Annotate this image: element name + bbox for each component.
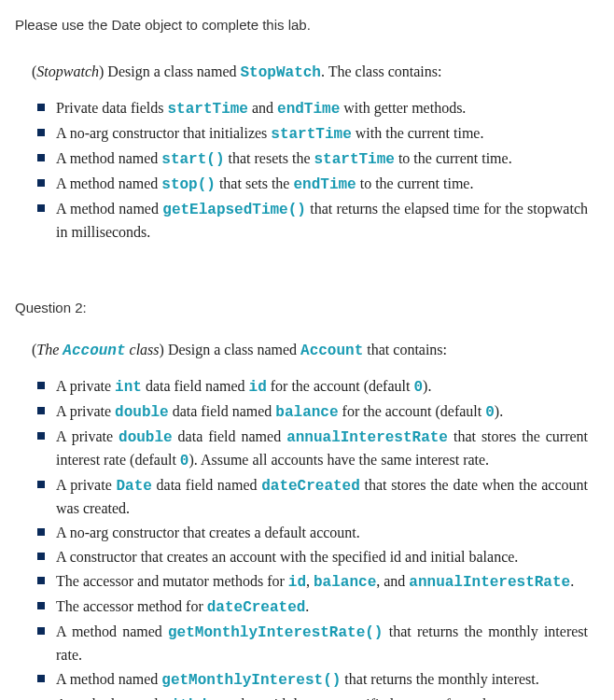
code-token: annualInterestRate <box>409 574 570 591</box>
text-segment: data field named <box>142 378 249 394</box>
spec-item: A private int data field named id for th… <box>32 375 588 399</box>
q2-heading: Question 2: <box>15 298 588 319</box>
text-segment: . <box>570 573 574 589</box>
spec-item: A no-arg constructor that creates a defa… <box>32 522 588 544</box>
code-token: endTime <box>277 101 340 118</box>
text-segment: A no-arg constructor that creates a defa… <box>56 525 360 540</box>
text-segment: for the account (default <box>339 403 486 419</box>
q2-prompt-text: ) Design a class named <box>160 342 301 357</box>
text-segment: A constructor that creates an account wi… <box>56 549 518 565</box>
text-segment: A private <box>56 378 115 394</box>
text-segment: . <box>305 598 309 614</box>
spec-item: A method named getElapsedTime() that ret… <box>32 198 588 244</box>
text-segment: A method named <box>56 671 161 687</box>
spec-item: A method named getMonthlyInterestRate() … <box>32 621 588 666</box>
code-token: getMonthlyInterestRate() <box>168 624 383 641</box>
text-segment: A method named <box>56 150 161 166</box>
text-segment: ). <box>495 403 503 419</box>
text-segment: A method named <box>56 623 168 639</box>
text-segment: The accessor method for <box>56 598 207 614</box>
text-segment: A private <box>56 477 116 493</box>
spec-item: A method named start() that resets the s… <box>32 147 588 171</box>
text-segment: A private <box>56 403 115 419</box>
text-segment: for the account (default <box>267 378 414 394</box>
code-token: annualInterestRate <box>286 429 448 446</box>
spec-item: A method named stop() that sets the endT… <box>32 173 588 196</box>
text-segment: to the current time. <box>395 150 512 166</box>
code-token: startTime <box>168 101 248 118</box>
q2-exercise-name: The Account class <box>36 342 159 357</box>
code-token: 0 <box>180 453 189 469</box>
code-token: startTime <box>314 151 395 168</box>
spec-item: A private Date data field named dateCrea… <box>32 474 588 520</box>
code-token: balance <box>314 574 376 591</box>
text-segment: , <box>306 573 314 589</box>
code-token: stop() <box>161 176 216 193</box>
code-token: dateCreated <box>261 478 360 495</box>
text-segment: A private <box>56 428 119 444</box>
code-token: getElapsedTime() <box>162 202 306 218</box>
text-segment: , and <box>376 573 409 589</box>
text-segment: data field named <box>173 428 287 444</box>
text-segment: ). <box>423 378 431 394</box>
text-segment: data field named <box>169 403 276 419</box>
spec-item: A constructor that creates an account wi… <box>32 546 588 568</box>
text-segment: A no-arg constructor that initializes <box>56 125 271 141</box>
q1-prompt-tail: . The class contains: <box>321 63 441 79</box>
code-token: dateCreated <box>207 599 306 616</box>
spec-item: A method named withdraw that withdraws a… <box>32 693 588 700</box>
intro-text: Please use the Date object to complete t… <box>15 15 588 36</box>
spec-item: A private double data field named annual… <box>32 426 588 472</box>
text-segment: that withdraws a specified amount from t… <box>233 696 551 700</box>
code-token: double <box>115 404 169 421</box>
code-token: 0 <box>413 379 423 396</box>
spec-item: Private data fields startTime and endTim… <box>32 97 588 120</box>
code-token: 0 <box>485 404 495 421</box>
text-segment: that resets the <box>225 150 314 166</box>
code-token: balance <box>275 404 338 421</box>
q1-prompt-text: ) Design a class named <box>99 63 241 79</box>
text-segment: A method named <box>56 696 161 700</box>
q1-exercise-name: Stopwatch <box>36 63 99 79</box>
q1-prompt: (Stopwatch) Design a class named StopWat… <box>32 61 588 84</box>
code-token: endTime <box>293 176 356 193</box>
spec-item: A method named getMonthlyInterest() that… <box>32 668 588 692</box>
q2-class-name: Account <box>300 343 363 359</box>
text-segment: The accessor and mutator methods for <box>56 573 288 589</box>
code-token: getMonthlyInterest() <box>161 672 341 689</box>
q2-prompt-tail: that contains: <box>363 342 447 357</box>
code-token: Date <box>116 478 151 495</box>
q1-spec-list: Private data fields startTime and endTim… <box>32 97 588 244</box>
text-segment: that sets the <box>216 175 294 191</box>
spec-item: The accessor and mutator methods for id,… <box>32 570 588 594</box>
code-token: start() <box>161 151 224 168</box>
code-token: id <box>288 574 306 591</box>
code-token: int <box>115 379 142 396</box>
text-segment: with the current time. <box>352 125 484 141</box>
text-segment: to the current time. <box>356 175 474 191</box>
text-segment: Private data fields <box>56 100 168 116</box>
spec-item: A private double data field named balanc… <box>32 400 588 424</box>
text-segment: ). Assume all accounts have the same int… <box>188 452 489 468</box>
code-token: startTime <box>271 126 351 143</box>
text-segment: data field named <box>152 477 261 493</box>
text-segment: that returns the monthly interest. <box>341 671 538 687</box>
q2-spec-list: A private int data field named id for th… <box>32 375 588 700</box>
code-token: double <box>119 429 173 446</box>
text-segment: and <box>248 100 277 116</box>
code-token: id <box>249 379 267 396</box>
q1-class-name: StopWatch <box>241 64 321 81</box>
text-segment: with getter methods. <box>340 100 466 116</box>
spec-item: A no-arg constructor that initializes st… <box>32 122 588 146</box>
spec-item: The accessor method for dateCreated. <box>32 595 588 619</box>
text-segment: A method named <box>56 201 162 217</box>
text-segment: A method named <box>56 175 161 191</box>
q2-prompt: (The Account class) Design a class named… <box>32 339 588 362</box>
